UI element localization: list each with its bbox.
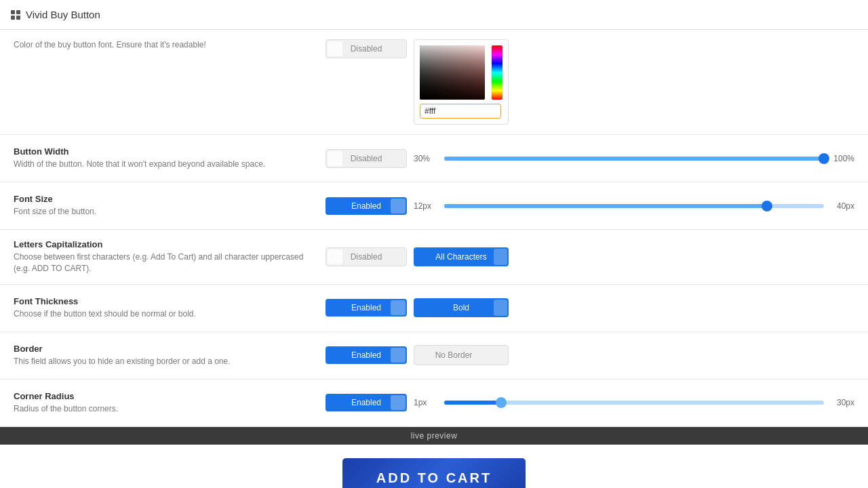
- corner-radius-label-col: Corner Radius Radius of the button corne…: [14, 391, 326, 415]
- letters-cap-control: All Characters: [414, 247, 854, 266]
- font-size-control: 12px 40px: [414, 201, 854, 211]
- font-thickness-label: Font Thickness: [14, 296, 312, 306]
- corner-radius-slider-container: 1px 30px: [414, 398, 854, 407]
- app-title: Vivid Buy Button: [26, 9, 100, 20]
- corner-radius-control: 1px 30px: [414, 398, 854, 407]
- setting-row-corner-radius: Corner Radius Radius of the button corne…: [0, 380, 868, 427]
- setting-row-color: Color of the buy button font. Ensure tha…: [0, 30, 868, 135]
- font-thickness-desc: Choose if the button text should be norm…: [14, 308, 312, 320]
- color-toggle-btn[interactable]: Disabled: [326, 39, 407, 58]
- font-thickness-control: Bold: [414, 298, 854, 317]
- button-width-desc: Width of the button. Note that it won't …: [14, 159, 312, 170]
- setting-label-col-color: Color of the buy button font. Ensure tha…: [14, 39, 326, 51]
- setting-row-font-size: Font Size Font size of the button. Enabl…: [0, 182, 868, 230]
- color-toggle-col: Disabled: [326, 39, 414, 58]
- font-thickness-toggle-col: Enabled: [326, 299, 414, 317]
- font-size-label-col: Font Size Font size of the button.: [14, 194, 326, 218]
- letters-cap-segment[interactable]: All Characters: [414, 247, 509, 266]
- color-hex-input[interactable]: [420, 104, 501, 119]
- corner-radius-toggle[interactable]: Enabled: [326, 394, 407, 411]
- font-size-thumb[interactable]: [762, 201, 772, 211]
- font-size-fill: [444, 204, 767, 208]
- font-size-max: 40px: [831, 201, 854, 211]
- button-width-label: Button Width: [14, 146, 312, 157]
- corner-radius-fill: [444, 401, 501, 405]
- live-preview-area: ADD TO CART: [0, 445, 868, 488]
- button-width-min: 30%: [414, 154, 437, 163]
- color-desc: Color of the buy button font. Ensure tha…: [14, 39, 312, 51]
- border-label: Border: [14, 344, 312, 354]
- letters-cap-desc: Choose between first characters (e.g. Ad…: [14, 251, 312, 274]
- corner-radius-track[interactable]: [444, 401, 824, 405]
- app-icon: [11, 10, 20, 20]
- corner-radius-desc: Radius of the button corners.: [14, 403, 312, 415]
- live-preview-bar: live preview: [0, 427, 868, 445]
- button-width-slider-container: 30% 100%: [414, 154, 854, 163]
- letters-cap-label: Letters Capitalization: [14, 239, 312, 249]
- font-size-slider-container: 12px 40px: [414, 201, 854, 211]
- font-thickness-label-col: Font Thickness Choose if the button text…: [14, 296, 326, 320]
- color-control-col: [414, 39, 854, 125]
- setting-row-border: Border This field allows you to hide an …: [0, 332, 868, 380]
- border-segment[interactable]: No Border: [414, 345, 509, 365]
- font-size-toggle[interactable]: Enabled: [326, 197, 407, 215]
- font-size-desc: Font size of the button.: [14, 206, 312, 218]
- border-control: No Border: [414, 345, 854, 365]
- button-width-track[interactable]: [444, 157, 824, 161]
- button-width-fill: [444, 157, 824, 161]
- border-desc: This field allows you to hide an existin…: [14, 356, 312, 367]
- button-width-toggle[interactable]: Disabled: [326, 149, 407, 168]
- corner-radius-thumb[interactable]: [496, 397, 507, 408]
- color-gradient[interactable]: [420, 45, 485, 100]
- top-bar: Vivid Buy Button: [0, 0, 868, 30]
- button-width-control: 30% 100%: [414, 154, 854, 163]
- button-width-thumb[interactable]: [818, 153, 829, 164]
- live-preview-label: live preview: [411, 431, 458, 441]
- font-size-toggle-col: Enabled: [326, 197, 414, 215]
- font-size-label: Font Size: [14, 194, 312, 204]
- font-thickness-toggle[interactable]: Enabled: [326, 299, 407, 317]
- color-spectrum[interactable]: [492, 45, 502, 100]
- setting-row-letters-cap: Letters Capitalization Choose between fi…: [0, 230, 868, 285]
- color-picker[interactable]: [414, 39, 509, 125]
- corner-radius-toggle-col: Enabled: [326, 394, 414, 411]
- button-width-toggle-col: Disabled: [326, 149, 414, 168]
- setting-row-font-thickness: Font Thickness Choose if the button text…: [0, 285, 868, 332]
- letters-cap-toggle-col: Disabled: [326, 247, 414, 266]
- border-toggle-col: Enabled: [326, 346, 414, 364]
- letters-cap-toggle[interactable]: Disabled: [326, 247, 407, 266]
- button-width-max: 100%: [831, 154, 854, 163]
- border-label-col: Border This field allows you to hide an …: [14, 344, 326, 367]
- corner-radius-label: Corner Radius: [14, 391, 312, 401]
- font-size-min: 12px: [414, 201, 437, 211]
- add-to-cart-button[interactable]: ADD TO CART: [342, 458, 526, 488]
- font-thickness-segment[interactable]: Bold: [414, 298, 509, 317]
- corner-radius-max: 30px: [831, 398, 854, 407]
- setting-row-button-width: Button Width Width of the button. Note t…: [0, 135, 868, 182]
- border-toggle[interactable]: Enabled: [326, 346, 407, 364]
- letters-cap-label-col: Letters Capitalization Choose between fi…: [14, 239, 326, 274]
- settings-container: Color of the buy button font. Ensure tha…: [0, 30, 868, 427]
- font-size-track[interactable]: [444, 204, 824, 208]
- button-width-label-col: Button Width Width of the button. Note t…: [14, 146, 326, 170]
- corner-radius-min: 1px: [414, 398, 437, 407]
